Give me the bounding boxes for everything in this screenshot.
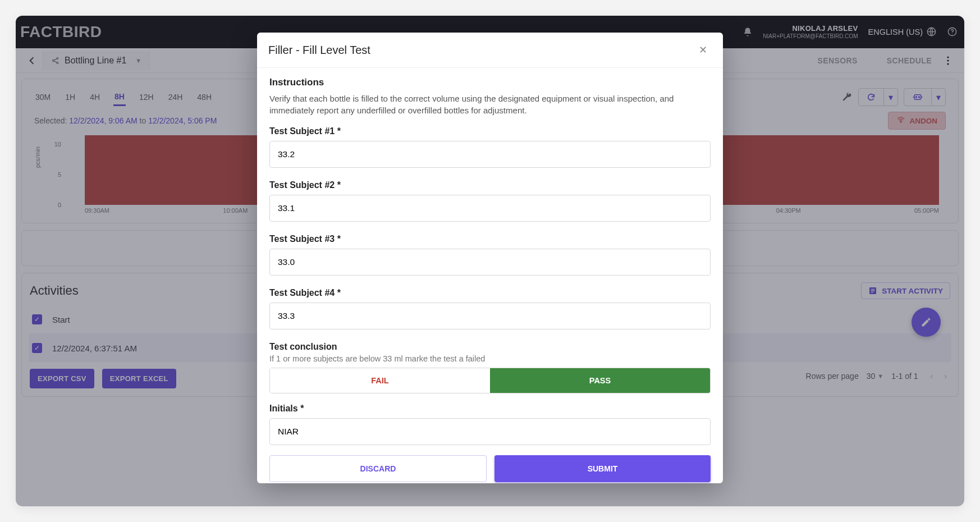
subject2-label: Test Subject #2 * <box>269 180 711 190</box>
subject1-label: Test Subject #1 * <box>269 126 711 136</box>
conclusion-label: Test conclusion <box>269 342 711 352</box>
discard-button[interactable]: DISCARD <box>269 455 487 482</box>
modal-backdrop: Filler - Fill Level Test ✕ Instructions … <box>16 16 964 506</box>
subject1-input[interactable] <box>269 141 711 168</box>
conclusion-pass-option[interactable]: PASS <box>490 368 710 393</box>
instructions-heading: Instructions <box>269 77 711 88</box>
subject4-input[interactable] <box>269 303 711 329</box>
submit-button[interactable]: SUBMIT <box>494 455 711 482</box>
subject3-input[interactable] <box>269 249 711 276</box>
initials-label: Initials * <box>269 404 711 414</box>
close-button[interactable]: ✕ <box>694 42 712 58</box>
modal-title: Filler - Fill Level Test <box>268 44 370 57</box>
conclusion-toggle: FAIL PASS <box>269 368 711 393</box>
app-window: FACTBIRD NIKOLAJ ARSLEV NIAR+PLATFORM@FA… <box>16 16 964 506</box>
subject2-input[interactable] <box>269 195 711 222</box>
initials-input[interactable] <box>269 418 711 445</box>
instructions-text: Verify that each bottle is filled to the… <box>269 93 711 116</box>
modal-actions: DISCARD SUBMIT <box>269 455 711 482</box>
conclusion-subtext: If 1 or more subjects are below 33 ml ma… <box>269 354 711 363</box>
subject4-label: Test Subject #4 * <box>269 288 711 298</box>
subject3-label: Test Subject #3 * <box>269 234 711 244</box>
fill-level-test-modal: Filler - Fill Level Test ✕ Instructions … <box>257 33 723 483</box>
modal-header: Filler - Fill Level Test ✕ <box>257 33 723 68</box>
modal-body: Instructions Verify that each bottle is … <box>257 68 723 483</box>
conclusion-fail-option[interactable]: FAIL <box>270 368 490 393</box>
